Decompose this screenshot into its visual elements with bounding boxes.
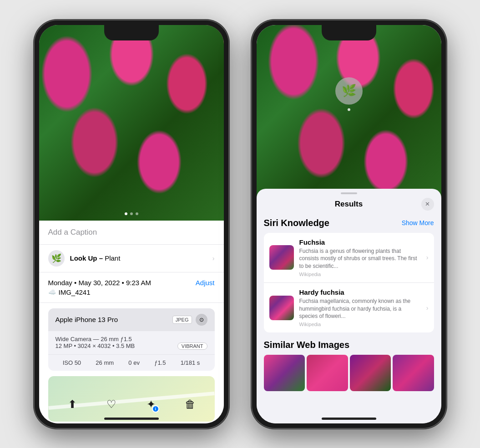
notch	[104, 25, 159, 40]
similar-image-3[interactable]	[350, 355, 391, 391]
hardy-thumbnail	[269, 296, 294, 320]
results-panel: Results ✕ Siri Knowledge Show More	[257, 189, 441, 423]
siri-leaf-icon: 🌿	[342, 84, 356, 98]
results-title: Results	[277, 200, 421, 209]
camera-spec: Wide Camera — 26 mm ƒ1.5	[56, 336, 207, 342]
home-indicator	[104, 418, 159, 420]
device-section: Apple iPhone 13 Pro JPEG ⊙ Wide Camera —…	[48, 308, 215, 371]
filename: IMG_4241	[59, 288, 91, 296]
results-header: Results ✕	[257, 198, 441, 216]
similar-section: Similar Web Images	[264, 340, 434, 391]
delete-button[interactable]: 🗑	[180, 394, 200, 414]
phone-2: 🌿 Results ✕ Siri Knowled	[251, 20, 447, 429]
flower-image-2	[257, 25, 441, 207]
phone-1: Add a Caption 🌿 Look Up – Plant ›	[34, 20, 229, 429]
photo-display[interactable]	[39, 25, 224, 221]
siri-knowledge-header: Siri Knowledge Show More	[264, 218, 434, 228]
fuchsia-thumb-image	[269, 245, 294, 270]
lookup-row[interactable]: 🌿 Look Up – Plant ›	[39, 245, 224, 272]
style-badge: VIBRANT	[177, 342, 207, 350]
lookup-label: Look Up – Plant	[70, 254, 121, 262]
adjust-button[interactable]: Adjust	[196, 279, 215, 287]
camera-info-row2: 12 MP • 3024 × 4032 • 3.5 MB VIBRANT	[56, 342, 207, 350]
siri-circle: 🌿	[335, 77, 363, 105]
exif-focal: 26 mm	[96, 359, 114, 366]
device-header: Apple iPhone 13 Pro JPEG ⊙	[48, 308, 215, 331]
fuchsia-source: Wikipedia	[299, 272, 419, 277]
share-icon: ⬆	[68, 398, 77, 411]
fuchsia-thumbnail	[269, 245, 294, 270]
caption-field[interactable]: Add a Caption	[39, 221, 224, 245]
similar-image-2[interactable]	[307, 355, 348, 391]
format-badge: JPEG	[172, 316, 192, 324]
hardy-chevron-icon: ›	[426, 304, 429, 312]
cloud-icon: ☁️	[48, 288, 56, 296]
similar-images-row	[264, 355, 434, 391]
camera-info: Wide Camera — 26 mm ƒ1.5 12 MP • 3024 × …	[48, 331, 215, 355]
show-more-button[interactable]: Show More	[402, 219, 434, 227]
fuchsia-desc: Fuchsia is a genus of flowering plants t…	[299, 247, 419, 270]
similar-title: Similar Web Images	[264, 340, 434, 350]
device-badges: JPEG ⊙	[172, 314, 207, 326]
exif-ev: 0 ev	[128, 359, 140, 366]
meta-section: Monday • May 30, 2022 • 9:23 AM Adjust ☁…	[39, 272, 224, 303]
hardy-text: Hardy fuchsia Fuchsia magellanica, commo…	[299, 288, 419, 327]
fuchsia-item[interactable]: Fuchsia Fuchsia is a genus of flowering …	[264, 233, 434, 283]
heart-icon: ♡	[106, 398, 116, 411]
fuchsia-text: Fuchsia Fuchsia is a genus of flowering …	[299, 238, 419, 277]
flower-image	[39, 25, 224, 221]
knowledge-card: Fuchsia Fuchsia is a genus of flowering …	[264, 233, 434, 333]
hardy-desc: Fuchsia magellanica, commonly known as t…	[299, 297, 419, 320]
home-indicator-2	[322, 418, 376, 420]
lookup-icon-circle: 🌿	[48, 250, 65, 267]
lookup-chevron-icon: ›	[212, 255, 215, 262]
exif-shutter: 1/181 s	[181, 359, 200, 366]
location-icon: ⊙	[196, 314, 207, 326]
similar-image-1[interactable]	[264, 355, 305, 391]
info-badge: i	[152, 405, 159, 413]
exif-iso: ISO 50	[63, 359, 81, 366]
resolution: 12 MP • 3024 × 4032 • 3.5 MB	[56, 342, 135, 349]
photo-area-2: 🌿	[257, 25, 441, 207]
fuchsia-name: Fuchsia	[299, 238, 419, 246]
leaf-icon: 🌿	[51, 253, 61, 263]
trash-icon: 🗑	[185, 398, 196, 411]
hardy-source: Wikipedia	[299, 322, 419, 327]
photo-pagination	[125, 212, 138, 215]
notch-2	[322, 25, 376, 40]
drag-handle[interactable]	[341, 192, 357, 194]
hardy-name: Hardy fuchsia	[299, 288, 419, 296]
siri-knowledge-title: Siri Knowledge	[264, 218, 329, 228]
caption-placeholder[interactable]: Add a Caption	[48, 228, 97, 237]
results-scroll[interactable]: Siri Knowledge Show More Fuchsia Fuchs	[257, 216, 441, 423]
similar-image-4[interactable]	[393, 355, 434, 391]
share-button[interactable]: ⬆	[62, 394, 82, 414]
hardy-thumb-image	[269, 296, 294, 320]
favorite-button[interactable]: ♡	[101, 394, 121, 414]
bottom-toolbar: ⬆ ♡ ✦ i 🗑	[39, 394, 224, 414]
exif-row: ISO 50 26 mm 0 ev ƒ1.5 1/181 s	[48, 355, 215, 371]
siri-lookup-overlay[interactable]: 🌿	[335, 77, 363, 111]
fuchsia-chevron-icon: ›	[426, 254, 429, 261]
exif-aperture: ƒ1.5	[154, 359, 166, 366]
info-button[interactable]: ✦ i	[141, 394, 161, 414]
close-button[interactable]: ✕	[421, 198, 434, 211]
device-name: Apple iPhone 13 Pro	[56, 316, 118, 323]
hardy-fuchsia-item[interactable]: Hardy fuchsia Fuchsia magellanica, commo…	[264, 283, 434, 332]
siri-dot	[348, 108, 350, 111]
info-panel: Add a Caption 🌿 Look Up – Plant ›	[39, 221, 224, 423]
meta-date: Monday • May 30, 2022 • 9:23 AM	[48, 279, 151, 287]
